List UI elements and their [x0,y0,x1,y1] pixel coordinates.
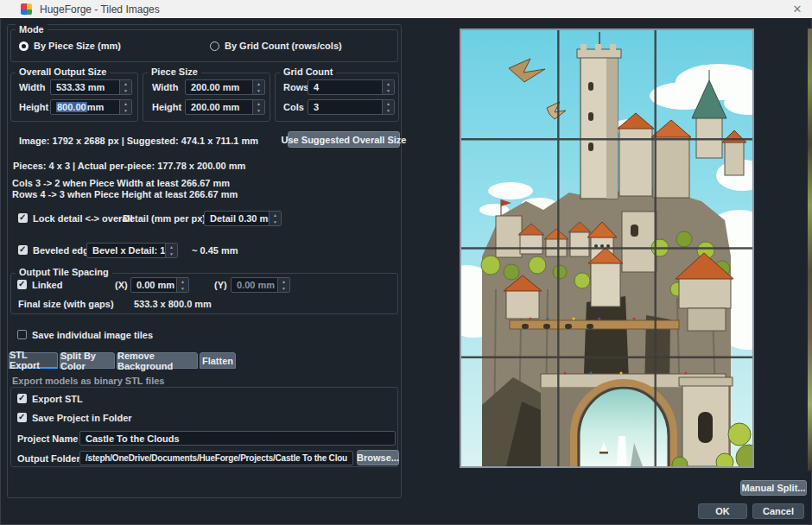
radio-by-piece-size[interactable] [19,41,29,51]
spin-up-icon[interactable] [177,278,188,285]
spin-down-icon[interactable] [253,107,264,114]
cols-spinbox[interactable]: 3 [308,99,395,115]
tab-remove-background[interactable]: Remove Background [117,352,198,369]
save-tiles-checkbox[interactable] [17,330,27,339]
overall-width-label: Width [19,82,45,93]
spin-down-icon[interactable] [177,285,188,292]
linked-label[interactable]: Linked [32,280,62,291]
spacing-x-label: (X) [115,280,128,291]
final-size-label: Final size (with gaps) [18,299,114,310]
pieces-info-line: Pieces: 4 x 3 | Actual per-piece: 177.78… [13,161,245,172]
app-logo-icon [21,3,32,15]
tiled-image-preview [460,28,754,468]
close-icon[interactable]: ✕ [783,0,812,19]
spin-down-icon[interactable] [383,87,394,94]
spin-up-icon[interactable] [253,80,264,87]
rows-hint-line: Rows 4 -> 3 when Piece Height at least 2… [12,189,238,200]
save-tiles-label[interactable]: Save individual image tiles [32,330,153,341]
lock-detail-label[interactable]: Lock detail <-> overall [33,213,133,225]
spin-down-icon[interactable] [278,285,289,292]
radio-by-piece-size-label[interactable]: By Piece Size (mm) [34,41,121,52]
spin-down-icon[interactable] [120,87,131,94]
mode-legend: Mode [16,24,48,35]
window-title: HugeForge - Tiled Images [40,3,160,16]
tab-flatten[interactable]: Flatten [200,352,236,369]
bevel-spinbox[interactable]: Bevel x Detail: 1.5 [86,243,178,258]
browse-button[interactable]: Browse... [357,450,399,465]
image-info-line: Image: 1792 x 2688 px | Suggested: 474.1… [19,136,258,147]
export-stl-checkbox[interactable] [17,394,27,403]
stl-tab-description: Export models as binary STL files [12,376,164,387]
overall-height-spinbox[interactable]: 800.00 mm [50,99,132,115]
output-folder-input[interactable] [79,451,353,465]
spin-up-icon[interactable] [383,100,394,107]
detail-mm-label: Detail (mm per px): [123,213,209,225]
save-project-label[interactable]: Save Project in Folder [32,413,132,424]
final-size-value: 533.3 x 800.0 mm [134,299,212,310]
spin-up-icon[interactable] [270,212,281,218]
grid-count-legend: Grid Count [280,66,336,78]
piece-width-spinbox[interactable]: 200.00 mm [185,79,265,95]
lock-detail-checkbox[interactable] [18,213,28,223]
cols-label: Cols [283,102,304,113]
cols-hint-line: Cols 3 -> 2 when Piece Width at least 26… [12,178,230,189]
spin-down-icon[interactable] [166,250,177,257]
overall-height-label: Height [19,102,48,113]
spin-down-icon[interactable] [270,218,281,225]
rows-label: Rows [283,82,308,93]
overall-size-legend: Overall Output Size [16,66,110,78]
overall-width-spinbox[interactable]: 533.33 mm [50,79,132,95]
tab-stl-export[interactable]: STL Export [9,352,58,369]
piece-width-label: Width [152,82,178,93]
ok-button[interactable]: OK [698,503,747,519]
radio-by-grid-count-label[interactable]: By Grid Count (rows/cols) [225,41,342,52]
beveled-edges-checkbox[interactable] [18,245,28,255]
project-name-input[interactable] [79,431,396,446]
spacing-y-spinbox[interactable]: 0.00 mm [231,277,290,293]
linked-checkbox[interactable] [17,280,27,289]
piece-height-label: Height [152,102,181,113]
spacing-x-spinbox[interactable]: 0.00 mm [130,277,189,293]
spin-down-icon[interactable] [253,87,264,94]
rows-spinbox[interactable]: 4 [308,79,395,95]
piece-height-spinbox[interactable]: 200.00 mm [185,99,265,115]
spin-up-icon[interactable] [253,100,264,107]
titlebar[interactable]: HugeForge - Tiled Images ✕ [0,0,812,19]
spin-up-icon[interactable] [166,244,177,250]
castle-artwork [461,30,752,466]
spin-up-icon[interactable] [120,100,131,107]
export-stl-label[interactable]: Export STL [32,394,83,405]
spin-up-icon[interactable] [120,80,131,87]
spin-down-icon[interactable] [383,107,394,114]
spin-up-icon[interactable] [278,278,289,285]
radio-by-grid-count[interactable] [210,41,219,51]
bevel-approx-value: ~ 0.45 mm [192,245,238,256]
clipped-preview-sliver [808,28,812,471]
project-name-label: Project Name [17,433,78,445]
cancel-button[interactable]: Cancel [752,503,804,519]
save-project-checkbox[interactable] [17,413,27,422]
use-suggested-button[interactable]: Use Suggested Overall Size [288,131,400,148]
manual-split-button[interactable]: Manual Split... [740,480,807,496]
detail-spinbox[interactable]: Detail 0.30 mm [204,211,282,226]
output-folder-label: Output Folder [17,453,80,465]
spin-up-icon[interactable] [383,80,394,87]
spacing-y-label: (Y) [214,280,227,291]
tab-split-by-color[interactable]: Split By Color [60,352,115,369]
piece-size-legend: Piece Size [148,66,201,78]
selected-text: 800.00 [56,102,87,112]
tile-spacing-legend: Output Tile Spacing [16,267,112,278]
spin-down-icon[interactable] [120,107,131,114]
